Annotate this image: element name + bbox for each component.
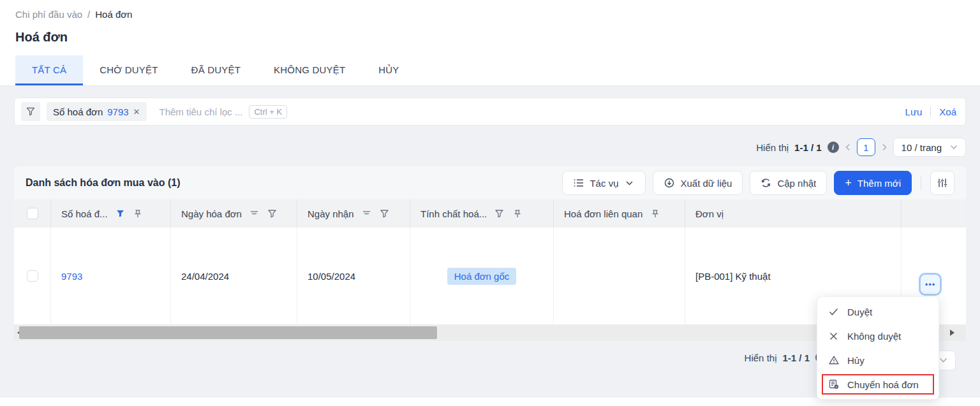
filter-icon[interactable] xyxy=(379,210,390,218)
check-icon xyxy=(828,308,839,315)
download-icon xyxy=(664,178,674,188)
filter-chip-invoice-number[interactable]: Số hoá đơn 9793 ✕ xyxy=(47,102,147,121)
transfer-invoice-icon xyxy=(828,379,839,389)
header-invoice-nature[interactable]: Tính chất hoá... xyxy=(410,199,554,228)
header-invoice-date[interactable]: Ngày hóa đơn xyxy=(171,199,297,228)
filter-chip-value: 9793 xyxy=(107,106,128,117)
pin-icon[interactable] xyxy=(512,210,523,218)
menu-item-approve[interactable]: Duyệt xyxy=(817,300,939,324)
column-label: Hoá đơn liên quan xyxy=(564,208,642,219)
header-select-all-cell xyxy=(14,199,51,228)
select-all-checkbox[interactable] xyxy=(27,208,38,219)
breadcrumb-current: Hoá đơn xyxy=(95,9,132,20)
pagination-top: Hiển thị 1-1 / 1 i 1 10 / trang xyxy=(14,138,966,157)
cell-received-date: 10/05/2024 xyxy=(297,228,410,324)
chevron-down-icon xyxy=(624,181,635,185)
refresh-icon xyxy=(761,178,771,188)
list-icon xyxy=(573,178,584,187)
next-page-button[interactable] xyxy=(881,143,887,151)
header-related-invoice[interactable]: Hoá đơn liên quan xyxy=(554,199,685,228)
breadcrumb-separator: / xyxy=(87,9,90,20)
row-select-cell xyxy=(14,228,51,324)
column-label: Số hoá đ... xyxy=(61,208,108,219)
sort-lines-icon[interactable] xyxy=(249,210,260,217)
menu-item-label: Không duyệt xyxy=(847,331,901,342)
menu-item-transfer-invoice[interactable]: Chuyển hoá đơn xyxy=(822,374,934,395)
invoice-number-link[interactable]: 9793 xyxy=(61,271,82,282)
actions-button-label: Tác vụ xyxy=(590,178,618,189)
column-label: Ngày nhận xyxy=(308,208,354,219)
page-size-select[interactable]: 10 / trang xyxy=(893,138,966,157)
row-more-actions-button[interactable]: ••• xyxy=(919,273,942,296)
status-badge: Hoá đơn gốc xyxy=(447,268,517,285)
tab-rejected[interactable]: KHÔNG DUYỆT xyxy=(257,55,362,85)
pin-icon[interactable] xyxy=(133,210,144,218)
tab-pending[interactable]: CHỜ DUYỆT xyxy=(83,55,174,85)
plus-icon: + xyxy=(845,177,852,189)
filter-bar: Số hoá đơn 9793 ✕ Thêm tiêu chí lọc ... … xyxy=(14,98,966,126)
filter-search-input[interactable]: Thêm tiêu chí lọc ... xyxy=(160,106,243,117)
menu-item-label: Chuyển hoá đơn xyxy=(847,379,919,390)
sort-lines-icon[interactable] xyxy=(361,210,372,217)
chip-close-icon[interactable]: ✕ xyxy=(133,107,140,117)
row-checkbox[interactable] xyxy=(27,270,38,282)
filter-icon[interactable] xyxy=(494,210,505,218)
save-filter-button[interactable]: Lưu xyxy=(905,106,923,117)
pagination-bottom: Hiển thị 1-1 / 1 i xyxy=(745,352,827,363)
column-label: Tính chất hoá... xyxy=(420,208,487,219)
warning-icon xyxy=(828,356,839,365)
column-settings-button[interactable] xyxy=(930,171,954,195)
header-received-date[interactable]: Ngày nhận xyxy=(297,199,410,228)
tab-approved[interactable]: ĐÃ DUYỆT xyxy=(175,55,257,85)
page-size-value: 10 / trang xyxy=(902,142,942,153)
pagination-range: 1-1 / 1 xyxy=(794,142,822,153)
refresh-button-label: Cập nhật xyxy=(777,178,816,189)
filter-icon[interactable] xyxy=(267,210,278,218)
filter-chip-label: Số hoá đơn xyxy=(53,106,103,117)
page-number-button[interactable]: 1 xyxy=(857,138,875,156)
toolbar-buttons: Tác vụ Xuất dữ liệu Cập nhật xyxy=(562,171,954,195)
chevron-down-icon xyxy=(938,358,949,363)
breadcrumb: Chi phí đầu vào / Hoá đơn xyxy=(15,9,980,20)
sliders-icon xyxy=(937,178,948,188)
keyboard-shortcut-badge: Ctrl + K xyxy=(249,105,287,119)
divider xyxy=(930,106,931,117)
add-button-label: Thêm mới xyxy=(858,178,901,189)
header-unit[interactable]: Đơn vị xyxy=(685,199,902,228)
header-invoice-number[interactable]: Số hoá đ... xyxy=(51,199,171,228)
prev-page-button[interactable] xyxy=(845,143,851,151)
pagination-prefix: Hiển thị xyxy=(745,352,777,363)
tab-all[interactable]: TẤT CẢ xyxy=(15,55,83,85)
tab-cancelled[interactable]: HỦY xyxy=(362,55,415,85)
export-button-label: Xuất dữ liệu xyxy=(680,178,732,189)
pagination-prefix: Hiển thị xyxy=(756,142,789,153)
filter-funnel-button[interactable] xyxy=(21,102,40,121)
add-new-button[interactable]: + Thêm mới xyxy=(834,171,912,195)
menu-item-cancel[interactable]: Hủy xyxy=(817,348,939,372)
cell-invoice-date: 24/04/2024 xyxy=(171,228,297,324)
scroll-right-arrow[interactable] xyxy=(947,324,957,341)
column-label: Ngày hóa đơn xyxy=(181,208,242,219)
cell-invoice-number: 9793 xyxy=(51,228,171,324)
column-label: Đơn vị xyxy=(695,208,724,219)
filter-actions: Lưu Xoá xyxy=(905,106,956,117)
page-title: Hoá đơn xyxy=(15,30,980,45)
clear-filter-button[interactable]: Xoá xyxy=(939,106,956,117)
menu-item-label: Duyệt xyxy=(847,307,872,317)
menu-item-reject[interactable]: Không duyệt xyxy=(817,324,939,348)
x-icon xyxy=(828,332,839,340)
cell-invoice-nature: Hoá đơn gốc xyxy=(410,228,554,324)
actions-dropdown-button[interactable]: Tác vụ xyxy=(562,171,646,195)
scrollbar-thumb[interactable] xyxy=(19,326,437,339)
refresh-button[interactable]: Cập nhật xyxy=(750,171,827,195)
funnel-icon xyxy=(26,107,36,116)
pin-icon[interactable] xyxy=(650,210,660,218)
table-header-row: Số hoá đ... Ngày hóa đơn Ngày nhận xyxy=(14,199,966,228)
menu-item-label: Hủy xyxy=(847,355,865,366)
row-context-menu: Duyệt Không duyệt Hủy Chuyển hoá đơn xyxy=(817,296,939,400)
chevron-down-icon xyxy=(948,145,959,150)
breadcrumb-parent[interactable]: Chi phí đầu vào xyxy=(15,9,82,20)
table-toolbar: Danh sách hóa đơn mua vào (1) Tác vụ Xuấ… xyxy=(14,166,966,199)
filter-active-icon[interactable] xyxy=(115,210,126,218)
export-data-button[interactable]: Xuất dữ liệu xyxy=(653,171,743,195)
